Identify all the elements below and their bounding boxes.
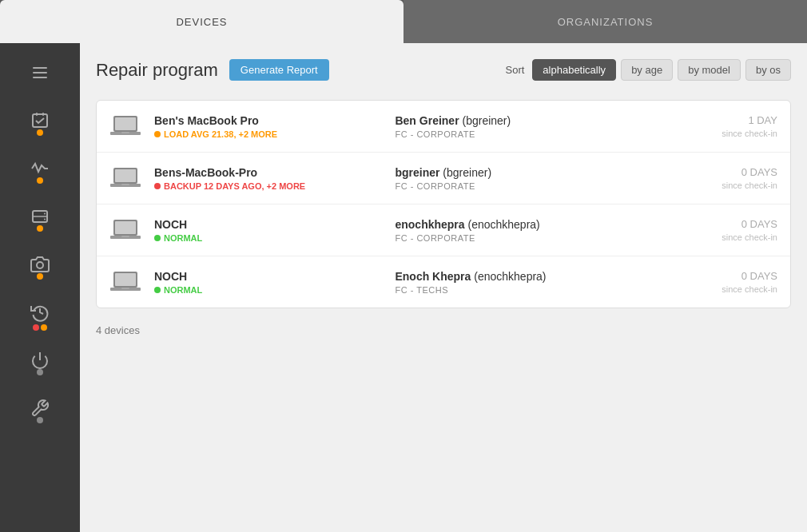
status-text: NORMAL — [164, 233, 202, 243]
history-dot-red — [33, 324, 39, 331]
device-icon — [109, 164, 141, 193]
tab-devices-label: DEVICES — [176, 16, 227, 28]
svg-rect-23 — [121, 236, 129, 237]
device-name: Bens-MacBook-Pro — [154, 166, 382, 179]
table-row[interactable]: Ben's MacBook Pro LOAD AVG 21.38, +2 MOR… — [97, 101, 790, 153]
svg-point-8 — [44, 213, 46, 215]
generate-report-button[interactable]: Generate Report — [229, 59, 329, 81]
device-info: NOCH NORMAL — [154, 270, 382, 295]
wrench-icon — [30, 399, 50, 418]
laptop-icon — [110, 114, 141, 138]
device-status: BACKUP 12 DAYS AGO, +2 MORE — [154, 181, 382, 191]
device-icon — [109, 216, 141, 244]
tab-devices[interactable]: DEVICES — [0, 0, 404, 43]
content-panel: Repair program Generate Report Sort alph… — [80, 43, 807, 532]
sort-alphabetically-button[interactable]: alphabetically — [532, 59, 616, 81]
svg-rect-17 — [115, 169, 136, 182]
svg-point-9 — [44, 219, 46, 220]
checkin-info: 0 DAYS since check-in — [682, 218, 777, 242]
sidebar-item-activity[interactable] — [12, 147, 68, 190]
status-text: BACKUP 12 DAYS AGO, +2 MORE — [164, 181, 305, 191]
checkin-label: since check-in — [682, 129, 777, 138]
svg-rect-25 — [115, 273, 136, 286]
svg-rect-15 — [121, 132, 129, 133]
checkin-info: 1 DAY since check-in — [682, 114, 777, 138]
activity-icon — [30, 159, 50, 178]
checkin-days: 0 DAYS — [682, 166, 777, 178]
tasks-icon — [30, 111, 50, 130]
status-dot — [154, 235, 161, 241]
history-icon — [30, 303, 50, 322]
laptop-icon — [110, 218, 141, 242]
device-info: Ben's MacBook Pro LOAD AVG 21.38, +2 MOR… — [154, 114, 382, 139]
sidebar — [0, 43, 80, 532]
storage-icon — [30, 207, 50, 226]
table-row[interactable]: NOCH NORMAL enochkhepra (enochkhepra) FC… — [97, 204, 790, 256]
user-info: Enoch Khepra (enochkhepra) FC - TECHS — [382, 270, 682, 295]
laptop-icon — [110, 270, 141, 294]
wrench-dot — [37, 417, 43, 423]
sort-by-model-button[interactable]: by model — [678, 59, 741, 81]
status-dot — [154, 183, 161, 189]
power-icon — [30, 351, 50, 370]
device-icon — [109, 112, 141, 141]
device-list: Ben's MacBook Pro LOAD AVG 21.38, +2 MOR… — [96, 100, 791, 308]
storage-dot — [37, 225, 43, 232]
device-name: NOCH — [154, 218, 382, 231]
checkin-label: since check-in — [682, 232, 777, 242]
table-row[interactable]: Bens-MacBook-Pro BACKUP 12 DAYS AGO, +2 … — [97, 153, 790, 204]
device-icon — [109, 268, 141, 296]
user-name: Enoch Khepra (enochkhepra) — [395, 270, 669, 283]
sort-controls: Sort alphabetically by age by model by o… — [506, 59, 792, 81]
svg-rect-19 — [121, 184, 129, 185]
device-info: NOCH NORMAL — [154, 218, 382, 243]
table-row[interactable]: NOCH NORMAL Enoch Khepra (enochkhepra) F… — [97, 256, 790, 308]
checkin-info: 0 DAYS since check-in — [682, 270, 777, 294]
status-text: NORMAL — [164, 285, 202, 295]
svg-rect-2 — [33, 77, 47, 78]
main-area: Repair program Generate Report Sort alph… — [0, 43, 807, 532]
checkin-label: since check-in — [682, 181, 777, 190]
user-name: bgreiner (bgreiner) — [395, 166, 669, 179]
panel-title: Repair program — [96, 60, 218, 81]
status-text: LOAD AVG 21.38, +2 MORE — [164, 129, 277, 139]
sidebar-item-list[interactable] — [12, 51, 68, 94]
checkin-days: 0 DAYS — [682, 270, 777, 282]
sort-label: Sort — [506, 64, 525, 76]
power-dot — [37, 369, 43, 375]
device-count: 4 devices — [96, 321, 791, 339]
svg-point-10 — [37, 262, 43, 268]
device-name: NOCH — [154, 270, 382, 283]
device-status: LOAD AVG 21.38, +2 MORE — [154, 129, 382, 139]
checkin-days: 1 DAY — [682, 114, 777, 126]
sidebar-item-camera[interactable] — [12, 243, 68, 286]
tab-organizations-label: ORGANIZATIONS — [558, 16, 654, 28]
device-status: NORMAL — [154, 233, 382, 243]
svg-rect-5 — [42, 113, 44, 116]
sidebar-item-tasks[interactable] — [12, 99, 68, 142]
activity-dot — [37, 177, 43, 184]
sidebar-item-storage[interactable] — [12, 195, 68, 238]
tasks-dot — [37, 129, 43, 136]
sidebar-item-history[interactable] — [12, 291, 68, 334]
svg-rect-27 — [121, 288, 129, 289]
sidebar-item-wrench[interactable] — [12, 387, 68, 430]
user-name: Ben Greiner (bgreiner) — [395, 114, 669, 127]
tab-organizations[interactable]: ORGANIZATIONS — [404, 0, 807, 43]
camera-dot — [37, 273, 43, 280]
status-dot — [154, 131, 161, 137]
user-info: enochkhepra (enochkhepra) FC - CORPORATE — [382, 218, 682, 243]
sort-by-os-button[interactable]: by os — [745, 59, 791, 81]
user-group: FC - CORPORATE — [395, 129, 669, 139]
sort-by-age-button[interactable]: by age — [621, 59, 673, 81]
svg-rect-13 — [115, 117, 136, 130]
sidebar-item-power[interactable] — [12, 339, 68, 382]
device-name: Ben's MacBook Pro — [154, 114, 382, 127]
svg-rect-0 — [33, 67, 47, 69]
svg-rect-4 — [36, 113, 38, 116]
user-name: enochkhepra (enochkhepra) — [395, 218, 669, 231]
user-info: Ben Greiner (bgreiner) FC - CORPORATE — [382, 114, 682, 139]
user-group: FC - TECHS — [395, 285, 669, 295]
svg-rect-1 — [33, 72, 47, 73]
device-info: Bens-MacBook-Pro BACKUP 12 DAYS AGO, +2 … — [154, 166, 382, 191]
